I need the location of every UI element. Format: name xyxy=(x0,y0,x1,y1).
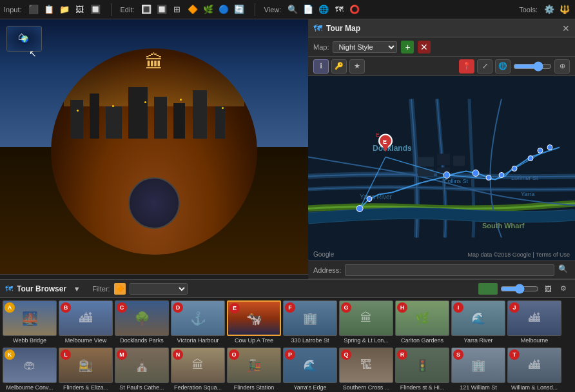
edit-label: Edit: xyxy=(121,6,135,14)
badge-C: C xyxy=(117,302,127,313)
view-icon-2[interactable]: 📄 xyxy=(302,3,315,16)
thumb-I[interactable]: I 🌊 Yarra River xyxy=(451,300,505,344)
view-icon-4[interactable]: 🗺 xyxy=(333,3,346,16)
thumb-N[interactable]: N 🏛 Federation Squa... xyxy=(171,348,225,391)
badge-G: G xyxy=(341,302,351,313)
thumb-T[interactable]: T 🏙 William & Lonsd... xyxy=(507,348,561,391)
thumb-D[interactable]: D ⚓ Victoria Harbour xyxy=(171,300,225,344)
filter-select[interactable] xyxy=(130,283,188,295)
tb-view-btn[interactable]: 🖼 xyxy=(541,282,554,295)
badge-M: M xyxy=(117,349,127,360)
view-icon-5[interactable]: ⭕ xyxy=(348,3,361,16)
map-style-select[interactable]: Night Style Standard Silver Retro Dark xyxy=(333,41,397,53)
tour-browser-menu-btn[interactable]: ▼ xyxy=(70,282,83,295)
view-icon-3[interactable]: 🌐 xyxy=(317,3,330,16)
badge-S: S xyxy=(453,349,463,360)
thumb-label-J: Melbourne xyxy=(507,337,561,344)
input-icon-4[interactable]: 🖼 xyxy=(73,3,86,16)
edit-icon-4[interactable]: 🔶 xyxy=(186,3,199,16)
planet-inner xyxy=(128,177,180,229)
map-key-btn[interactable]: 🔑 xyxy=(331,59,347,74)
map-expand-btn[interactable]: ⤢ xyxy=(477,59,492,74)
map-label: Map: xyxy=(313,43,329,51)
planet-circle: 🏛 xyxy=(51,48,257,255)
input-icon-5[interactable]: 🔲 xyxy=(89,3,102,16)
thumb-P[interactable]: P 🌊 Yarra's Edge xyxy=(283,348,337,391)
svg-point-20 xyxy=(528,156,533,161)
thumb-H[interactable]: H 🌿 Carlton Gardens xyxy=(395,300,449,344)
address-input[interactable] xyxy=(345,264,554,276)
google-map[interactable]: Docklands Yarra River South Wharf Collin… xyxy=(308,76,575,260)
remove-map-button[interactable]: ✕ xyxy=(418,41,431,54)
map-svg: Docklands Yarra River South Wharf Collin… xyxy=(308,76,575,260)
thumb-label-A: Webb Bridge xyxy=(3,337,57,344)
thumb-S[interactable]: S 🏢 121 William St xyxy=(451,348,505,391)
svg-point-18 xyxy=(499,173,504,178)
tools-icon-2[interactable]: 🔱 xyxy=(558,3,571,16)
overlay-thumbnail[interactable]: 🌍 xyxy=(6,26,42,52)
edit-icon-7[interactable]: 🔄 xyxy=(233,3,246,16)
thumb-E[interactable]: E 🐄 Cow Up A Tree xyxy=(227,300,281,344)
thumb-O[interactable]: O 🚂 Flinders Station xyxy=(227,348,281,391)
thumb-img-L: L 🚉 xyxy=(59,348,113,383)
thumb-F[interactable]: F 🏢 330 Latrobe St xyxy=(283,300,337,344)
thumb-A[interactable]: A 🌉 Webb Bridge xyxy=(3,300,57,344)
thumb-img-B: B 🏙 xyxy=(59,300,113,336)
badge-I: I xyxy=(453,302,463,313)
badge-A: A xyxy=(5,302,15,313)
thumb-img-P: P 🌊 xyxy=(283,348,337,383)
svg-text:Yarra: Yarra xyxy=(521,191,534,197)
thumb-G[interactable]: G 🏛 Spring & Lt Lon... xyxy=(339,300,393,344)
svg-point-17 xyxy=(486,175,491,181)
thumb-L[interactable]: L 🚉 Flinders & Eliza... xyxy=(59,348,113,391)
svg-rect-1 xyxy=(418,157,434,167)
cursor-arrow: ↖ xyxy=(29,48,37,59)
map-extra-btn[interactable]: ⊕ xyxy=(554,59,570,74)
svg-point-21 xyxy=(538,148,543,153)
thumb-label-M: St Paul's Cathe... xyxy=(115,384,169,391)
address-label: Address: xyxy=(313,266,341,274)
thumb-C[interactable]: C 🌳 Docklands Parks xyxy=(115,300,169,344)
sep-1 xyxy=(111,3,112,16)
edit-icon-6[interactable]: 🔵 xyxy=(217,3,230,16)
view-icon-1[interactable]: 🔍 xyxy=(286,3,299,16)
thumb-B[interactable]: B 🏙 Melbourne View xyxy=(59,300,113,344)
map-star-btn[interactable]: ★ xyxy=(349,59,365,74)
edit-icon-3[interactable]: ⊞ xyxy=(171,3,184,16)
map-controls: Map: Night Style Standard Silver Retro D… xyxy=(308,37,575,57)
map-terms: Map data ©2018 Google | Terms of Use xyxy=(468,251,570,258)
tb-settings-btn[interactable]: ⚙ xyxy=(557,282,570,295)
map-pin-btn[interactable]: 📍 xyxy=(459,59,474,74)
map-info-btn[interactable]: ℹ xyxy=(313,59,329,74)
input-icon-2[interactable]: 📋 xyxy=(43,3,55,16)
content-area: 🏛 🌍 ↖ ⚙ ＋ ⊞ xyxy=(0,19,575,297)
edit-icon-1[interactable]: 🔳 xyxy=(140,3,153,16)
panel-title-icon: 🗺 xyxy=(313,23,322,34)
viewer-panel: 🏛 🌍 ↖ xyxy=(0,19,308,274)
map-globe-btn[interactable]: 🌐 xyxy=(495,59,511,74)
thumb-J[interactable]: J 🏙 Melbourne xyxy=(507,300,561,344)
edit-icon-2[interactable]: 🔲 xyxy=(155,3,168,16)
thumb-R[interactable]: R 🚦 Flinders st & Hi... xyxy=(395,348,449,391)
thumb-img-Q: Q 🏗 xyxy=(339,348,393,383)
input-icon-3[interactable]: 📁 xyxy=(58,3,71,16)
address-search-button[interactable]: 🔍 xyxy=(558,264,570,276)
svg-text:Collins St: Collins St xyxy=(443,178,469,184)
thumb-img-I: I 🌊 xyxy=(451,300,505,336)
tb-zoom-slider[interactable] xyxy=(500,284,539,294)
edit-icon-5[interactable]: 🌿 xyxy=(202,3,215,16)
panel-close-button[interactable]: ✕ xyxy=(562,23,570,34)
thumb-M[interactable]: M ⛪ St Paul's Cathe... xyxy=(115,348,169,391)
badge-Q: Q xyxy=(341,349,351,360)
add-map-button[interactable]: + xyxy=(401,41,414,54)
thumb-Q[interactable]: Q 🏗 Southern Cross ... xyxy=(339,348,393,391)
right-panel: 🗺 Tour Map ✕ Map: Night Style Standard S… xyxy=(308,19,575,297)
map-opacity-slider[interactable] xyxy=(513,61,552,72)
thumb-K[interactable]: K 🏟 Melbourne Conv... xyxy=(3,348,57,391)
thumb-img-R: R 🚦 xyxy=(395,348,449,383)
thumb-img-S: S 🏢 xyxy=(451,348,505,383)
input-icon-1[interactable]: ⬛ xyxy=(27,3,40,16)
tools-icon-gear[interactable]: ⚙️ xyxy=(543,3,556,16)
svg-text:South Wharf: South Wharf xyxy=(482,222,525,230)
viewer-image[interactable]: 🏛 🌍 ↖ xyxy=(0,19,308,274)
